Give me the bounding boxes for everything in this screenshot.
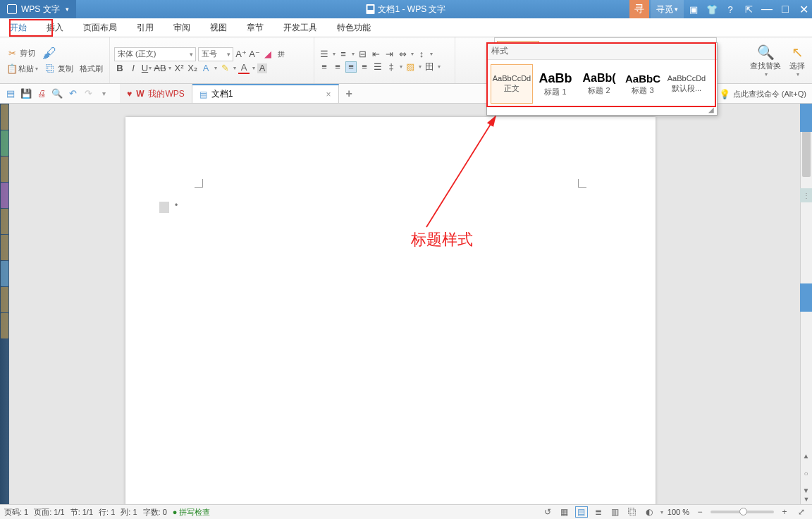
fit-page-button[interactable]: ⤢	[795, 506, 808, 518]
qat-menu-button[interactable]: ▾	[97, 87, 110, 100]
underline-button[interactable]: U▾	[141, 63, 152, 74]
font-color-button[interactable]: A	[238, 63, 250, 74]
align-right-button[interactable]: ≡	[345, 61, 357, 73]
increase-indent-button[interactable]: ⇥	[383, 49, 395, 60]
select-button[interactable]: ↖选择▾	[787, 42, 808, 79]
document-page[interactable]: •	[125, 117, 656, 504]
char-scale-button[interactable]: ⇔	[397, 49, 408, 60]
panel-style-heading3[interactable]: AaBbC标题 3	[622, 64, 664, 104]
close-tab-icon[interactable]: ×	[326, 90, 331, 99]
panel-style-default-para[interactable]: AaBbCcDd默认段...	[665, 64, 708, 104]
zoom-out-button[interactable]: −	[694, 506, 706, 518]
prev-page-icon[interactable]: ▲	[803, 452, 810, 460]
qat-redo-button[interactable]: ↷	[82, 87, 94, 100]
shrink-font-button[interactable]: A⁻	[249, 49, 260, 60]
strike-button[interactable]: AB	[154, 63, 166, 74]
subscript-button[interactable]: X₂	[187, 63, 198, 74]
line-spacing-button[interactable]: ‡	[386, 61, 397, 73]
superscript-button[interactable]: X²	[173, 63, 185, 74]
tab-review[interactable]: 审阅	[164, 18, 200, 37]
text-effects-button[interactable]: A	[200, 63, 211, 74]
view-read-button[interactable]: ▤	[575, 506, 588, 518]
tab-home[interactable]: 开始	[0, 18, 37, 37]
qat-preview-button[interactable]: 🔍	[51, 87, 63, 100]
view-fullscreen-button[interactable]: ⿻	[626, 506, 639, 518]
view-focus-button[interactable]: ◐	[643, 506, 656, 518]
status-history-icon[interactable]: ↺	[541, 506, 554, 518]
close-button[interactable]: ✕	[795, 0, 812, 18]
maximize-button[interactable]: □	[777, 0, 794, 18]
view-outline-button[interactable]: ≣	[592, 506, 605, 518]
status-section[interactable]: 节: 1/1	[70, 507, 93, 518]
zoom-level[interactable]: 100 %	[668, 508, 689, 516]
status-spellcheck[interactable]: 拼写检查	[173, 507, 211, 518]
format-painter-button[interactable]: 🖌	[39, 46, 59, 61]
cut-button[interactable]: ✂剪切	[4, 47, 37, 60]
status-col[interactable]: 列: 1	[121, 507, 137, 518]
browse-object-icon[interactable]: ○	[804, 470, 808, 477]
tab-view[interactable]: 视图	[200, 18, 237, 37]
qat-new-button[interactable]: ▤	[4, 87, 17, 100]
tab-special[interactable]: 特色功能	[327, 18, 381, 37]
phonetic-button[interactable]: 拼	[276, 49, 287, 60]
styles-expand-icon[interactable]: ◢	[708, 106, 714, 114]
justify-button[interactable]: ≡	[359, 61, 370, 73]
italic-button[interactable]: I	[128, 63, 139, 74]
align-left-button[interactable]: ≡	[319, 61, 330, 73]
view-print-layout-button[interactable]: ▦	[558, 506, 571, 518]
panel-style-heading2[interactable]: AaBb(标题 2	[578, 64, 620, 104]
fill-color-button[interactable]: ▨	[405, 61, 416, 73]
borders-button[interactable]: 田	[424, 61, 435, 73]
font-family-select[interactable]: 宋体 (正文)	[114, 47, 196, 61]
tab-doc1[interactable]: ▤文档1×	[192, 84, 339, 103]
distribute-button[interactable]: ☰	[372, 61, 383, 73]
grow-font-button[interactable]: A⁺	[235, 49, 247, 60]
format-painter-label[interactable]: 格式刷	[78, 63, 105, 75]
highlight-button[interactable]: ✎	[219, 63, 230, 74]
app-menu[interactable]: WPS 文字 ▾	[0, 0, 76, 18]
tab-dev[interactable]: 开发工具	[273, 18, 327, 37]
minimize-button[interactable]: ―	[758, 0, 775, 18]
side-panel-tab-1[interactable]	[800, 104, 812, 132]
numbering-button[interactable]: ≡	[338, 49, 349, 60]
qat-save-button[interactable]: 💾	[20, 87, 32, 100]
upload-icon[interactable]: ⇱	[740, 0, 757, 18]
status-line[interactable]: 行: 1	[99, 507, 115, 518]
clear-format-button[interactable]: ◢	[262, 49, 273, 60]
multilevel-button[interactable]: ⊟	[357, 49, 368, 60]
qat-print-button[interactable]: 🖨	[35, 87, 48, 100]
char-shading-button[interactable]: ↕	[416, 49, 427, 60]
paste-button[interactable]: 📋粘贴▾	[4, 63, 40, 75]
decrease-indent-button[interactable]: ⇤	[370, 49, 381, 60]
font-size-select[interactable]: 五号	[198, 47, 233, 61]
copy-button[interactable]: ⿻复制	[42, 63, 75, 75]
status-page-num[interactable]: 页码: 1	[4, 507, 28, 518]
scroll-down-icon[interactable]: ▼	[801, 494, 812, 504]
bold-button[interactable]: B	[114, 63, 125, 74]
tab-my-wps[interactable]: ♥W我的WPS	[120, 84, 192, 103]
qat-undo-button[interactable]: ↶	[66, 87, 79, 100]
zoom-in-button[interactable]: +	[778, 506, 791, 518]
collect-icon[interactable]: ▣	[685, 0, 702, 18]
zoom-slider-knob[interactable]	[739, 508, 747, 515]
view-web-button[interactable]: ▥	[609, 506, 622, 518]
side-panel-handle[interactable]: ⋮	[800, 188, 812, 202]
search-button[interactable]: 寻	[629, 0, 649, 18]
tab-reference[interactable]: 引用	[127, 18, 164, 37]
command-search-hint[interactable]: 💡点此查找命令 (Alt+Q)	[719, 84, 806, 104]
panel-style-heading1[interactable]: AaBb标题 1	[534, 64, 577, 104]
tab-section[interactable]: 章节	[237, 18, 273, 37]
tab-insert[interactable]: 插入	[37, 18, 73, 37]
search-label[interactable]: 寻觅▾	[651, 0, 684, 18]
align-center-button[interactable]: ≡	[332, 61, 343, 73]
tab-layout[interactable]: 页面布局	[73, 18, 127, 37]
help-icon[interactable]: ?	[722, 0, 739, 18]
status-page[interactable]: 页面: 1/1	[34, 507, 64, 518]
status-words[interactable]: 字数: 0	[143, 507, 167, 518]
zoom-slider[interactable]	[710, 511, 774, 513]
find-replace-button[interactable]: 🔍查找替换▾	[747, 42, 784, 79]
next-page-icon[interactable]: ▼	[803, 487, 810, 494]
skin-icon[interactable]: 👕	[703, 0, 720, 18]
shading-button[interactable]: A	[257, 63, 267, 73]
side-panel-tab-2[interactable]	[800, 283, 812, 312]
